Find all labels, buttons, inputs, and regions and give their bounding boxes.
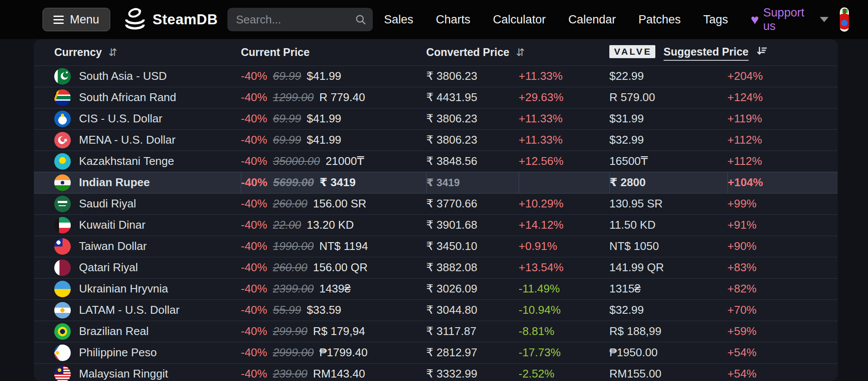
nav-link-charts[interactable]: Charts (436, 13, 470, 26)
sort-descending-icon (756, 47, 768, 59)
suggested-price: RM155.00 (609, 367, 661, 380)
header-suggested-price[interactable]: VALVE Suggested Price (609, 39, 838, 66)
taiwan-flag-icon (54, 238, 71, 255)
discount-badge: -40% (241, 69, 267, 82)
suggested-price-diff: +83% (727, 261, 756, 274)
header-converted-price[interactable]: Converted Price ⇵ (426, 39, 609, 66)
current-price: 156.00 QR (313, 261, 368, 274)
header-current-price-label: Current Price (241, 46, 309, 58)
original-price: 260.00 (273, 197, 308, 210)
converted-price: ₹ 3044.80 (426, 303, 477, 316)
table-row: South African Rand-40%1299.00R 779.40₹ 4… (34, 87, 838, 108)
menu-button[interactable]: Menu (43, 8, 110, 31)
current-price: NT$ 1194 (319, 240, 368, 253)
suggested-price: 11.50 KD (609, 218, 655, 231)
table-row: Kuwaiti Dinar-40%22.0013.20 KD₹ 3901.68+… (34, 214, 838, 236)
table-row: Taiwan Dollar-40%1990.00NT$ 1194₹ 3450.1… (34, 236, 838, 257)
avatar[interactable] (840, 7, 849, 32)
suggested-price: $32.99 (609, 133, 644, 146)
currency-table-body: South Asia - USD-40%69.99$41.99₹ 3806.23… (34, 66, 838, 381)
support-us-link[interactable]: ♥ Support us (751, 6, 805, 33)
current-price: $41.99 (307, 133, 342, 146)
table-row: Indian Rupee-40%5699.00₹ 3419₹ 3419₹ 280… (34, 172, 838, 193)
table-row: Saudi Riyal-40%260.00156.00 SR₹ 3770.66+… (34, 193, 838, 214)
sort-toggle-icon: ⇵ (108, 46, 117, 58)
discount-badge: -40% (241, 154, 267, 168)
table-row: CIS - U.S. Dollar-40%69.99$41.99₹ 3806.2… (34, 108, 838, 129)
suggested-price: 1315₴ (609, 282, 641, 295)
original-price: 1299.00 (273, 91, 314, 104)
converted-price: ₹ 3117.87 (426, 325, 477, 338)
suggested-price-diff: +90% (727, 240, 756, 253)
currency-name: Indian Rupee (79, 176, 150, 189)
search-icon (355, 13, 367, 27)
converted-price-diff: +11.33% (519, 112, 562, 125)
nav-link-calculator[interactable]: Calculator (493, 13, 546, 26)
table-row: Philippine Peso-40%2999.00₱1799.40₹ 2812… (34, 342, 838, 363)
kuwait-flag-icon (54, 217, 71, 233)
header-currency-label: Currency (54, 46, 102, 58)
nav-link-tags[interactable]: Tags (704, 13, 728, 26)
current-price: ₹ 3419 (319, 176, 355, 189)
table-row: Malaysian Ringgit-40%239.00RM143.40₹ 333… (34, 363, 838, 381)
currency-name: South African Rand (79, 91, 176, 104)
discount-badge: -40% (241, 176, 268, 189)
current-price: 1439₴ (319, 282, 351, 295)
original-price: 69.99 (273, 133, 301, 146)
discount-badge: -40% (241, 303, 267, 316)
currency-name: Saudi Riyal (79, 197, 136, 210)
header-suggested-price-label: Suggested Price (664, 46, 749, 61)
suggested-price-diff: +112% (727, 133, 762, 146)
header-current-price[interactable]: Current Price (241, 39, 426, 66)
nav-link-sales[interactable]: Sales (384, 13, 414, 26)
current-price: ₱1799.40 (319, 346, 368, 359)
header-currency[interactable]: Currency ⇵ (34, 39, 241, 66)
original-price: 239.00 (273, 367, 308, 380)
converted-price: ₹ 3901.68 (426, 218, 477, 231)
converted-price: ₹ 3026.09 (426, 282, 477, 295)
currency-name: Philippine Peso (79, 346, 157, 359)
south-africa-flag-icon (54, 89, 71, 106)
saudi-arabia-flag-icon (54, 196, 71, 212)
ukraine-flag-icon (54, 281, 71, 297)
converted-price-diff: -17.73% (519, 346, 561, 359)
original-price: 69.99 (273, 69, 301, 82)
converted-price: ₹ 3806.23 (426, 112, 477, 125)
suggested-price-diff: +119% (727, 112, 762, 125)
sort-toggle-icon: ⇵ (516, 46, 525, 58)
heart-icon: ♥ (751, 13, 759, 26)
current-price: 21000₸ (326, 154, 364, 168)
converted-price: ₹ 3806.23 (426, 133, 477, 146)
converted-price-diff: -8.81% (519, 325, 554, 338)
menu-button-label: Menu (70, 13, 99, 26)
current-price: $41.99 (307, 112, 342, 125)
converted-price-diff: +11.33% (519, 69, 562, 82)
converted-price-diff: +14.12% (519, 218, 563, 231)
discount-badge: -40% (241, 91, 267, 104)
kazakhstan-flag-icon (54, 153, 71, 170)
discount-badge: -40% (241, 367, 267, 380)
table-row: Ukrainian Hryvnia-40%2399.001439₴₹ 3026.… (34, 278, 838, 299)
nav-link-patches[interactable]: Patches (638, 13, 681, 26)
header-converted-price-label: Converted Price (426, 46, 510, 58)
suggested-price-diff: +70% (727, 303, 756, 316)
nav-link-calendar[interactable]: Calendar (568, 13, 616, 26)
original-price: 55.99 (273, 303, 301, 316)
suggested-price-diff: +204% (727, 69, 763, 82)
original-price: 5699.00 (273, 176, 314, 189)
currency-name: Taiwan Dollar (79, 240, 147, 253)
malaysia-flag-icon (54, 366, 71, 381)
converted-price: ₹ 4431.95 (426, 91, 477, 104)
steamdb-logo[interactable]: SteamDB (122, 7, 218, 32)
cis-flag-icon (54, 111, 71, 127)
support-us-label: Support us (763, 6, 805, 33)
currency-name: Kuwaiti Dinar (79, 218, 145, 232)
current-price: 156.00 SR (313, 197, 366, 210)
steamdb-logo-icon (122, 7, 148, 32)
converted-price: ₹ 3450.10 (426, 240, 477, 253)
search-input[interactable] (227, 8, 373, 31)
search-box (227, 8, 373, 31)
valve-logo-badge: VALVE (609, 45, 655, 58)
chevron-down-icon[interactable] (820, 17, 829, 22)
mena-flag-icon (54, 132, 71, 148)
